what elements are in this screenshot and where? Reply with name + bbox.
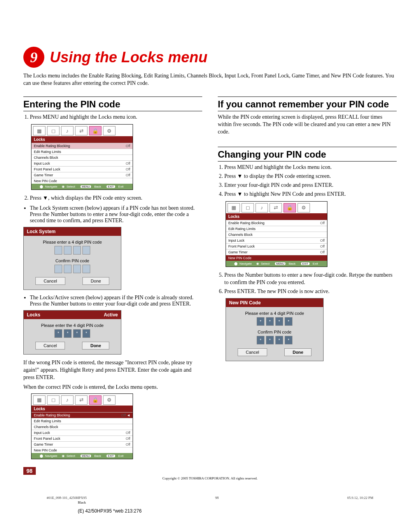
dialog-prompt: Confirm PIN code: [27, 258, 118, 263]
cancel-button: Cancel: [35, 277, 65, 285]
copyright-text: Copyright © 2005 TOSHIBA CORPORATION. Al…: [23, 476, 397, 480]
chapter-title: Using the Locks menu: [50, 49, 207, 66]
step-text: Press the Number buttons to enter a new …: [224, 272, 397, 286]
cancel-button: Cancel: [238, 348, 267, 356]
step-text: Press ▼ to highlight New PIN Code and pr…: [224, 191, 397, 198]
cancel-button: Cancel: [35, 342, 65, 349]
step-text: Press ENTER. The new PIN code is now act…: [224, 288, 397, 295]
footer-page: 98: [215, 496, 219, 500]
page-number: 98: [23, 467, 36, 475]
figure-locks-menu-newpin: ▦◻♪ ⇄🔒⚙ Locks Enable Rating BlockingOff …: [226, 201, 327, 267]
footer-timestamp: 05.9.12, 10:22 PM: [347, 496, 373, 500]
step-text: Press MENU and highlight the Locks menu …: [30, 114, 202, 121]
bullet-text: The Locks/Active screen (below) appears …: [30, 295, 202, 307]
section-heading-forgot-pin: If you cannot remember your PIN code: [218, 99, 397, 109]
dialog-prompt: Please enter a 4 digit PIN code: [27, 240, 118, 244]
dialog-prompt: Confirm PIN code: [229, 330, 320, 334]
menu-icon: ⇄: [75, 126, 88, 135]
step-text: Press ▼ to display the PIN code entering…: [224, 173, 397, 180]
step-text: Enter your four-digit PIN code and press…: [224, 182, 397, 189]
osd-title: Locks: [32, 136, 133, 143]
model-line: (E) 42/50HPX95 *web 213:276: [0, 507, 420, 525]
footer-file-id: #01E_098-101_4250HPX95: [47, 496, 87, 500]
osd-footer: ⬤ Navigate ◉ Select MENU Back EXIT Exit: [32, 184, 133, 190]
done-button: Done: [284, 348, 312, 356]
dialog-status: Active: [104, 312, 118, 318]
figure-locks-menu-open: ▦◻♪ ⇄🔒⚙ Locks Enable Rating BlockingOff …: [31, 393, 133, 459]
figure-locks-menu: ▦ ◻ ♪ ⇄ 🔒 ⚙ Locks Enable Rating Blocking…: [31, 124, 133, 190]
done-button: Done: [82, 342, 109, 349]
body-text: When the correct PIN code is entered, th…: [23, 384, 202, 391]
figure-locks-active-dialog: Locks Active Please enter the 4 digit PI…: [23, 310, 121, 355]
dialog-title: New PIN Code: [226, 298, 323, 307]
menu-icon: ◻: [47, 126, 60, 135]
chapter-intro: The Locks menu includes the Enable Ratin…: [23, 72, 397, 87]
done-button: Done: [82, 277, 109, 285]
chapter-number-badge: 9: [23, 47, 44, 68]
section-heading-entering-pin: Entering the PIN code: [23, 99, 202, 109]
menu-icon: ⚙: [103, 126, 116, 135]
figure-lock-system-dialog: Lock System Please enter a 4 digit PIN c…: [23, 227, 121, 290]
dialog-title: Lock System: [24, 227, 121, 236]
menu-icon: ♪: [61, 126, 74, 135]
lock-icon: 🔒: [89, 126, 102, 135]
dialog-title: Locks: [27, 312, 40, 318]
bullet-text: The Lock System screen (below) appears i…: [30, 205, 202, 224]
step-text: Press MENU and highlight the Locks menu …: [224, 164, 397, 171]
body-text: While the PIN code entering screen is di…: [218, 114, 397, 136]
figure-new-pin-dialog: New PIN Code Please enter a 4 digit PIN …: [226, 298, 324, 361]
step-text: Press ▼, which displays the PIN code ent…: [30, 195, 202, 202]
dialog-prompt: Please enter a 4 digit PIN code: [229, 311, 320, 316]
section-heading-change-pin: Changing your PIN code: [218, 149, 397, 160]
dialog-prompt: Please enter the 4 digit PIN code: [27, 323, 118, 328]
menu-icon: ▦: [33, 126, 46, 135]
footer-color: Black: [0, 500, 420, 507]
body-text: If the wrong PIN code is entered, the me…: [23, 359, 202, 381]
